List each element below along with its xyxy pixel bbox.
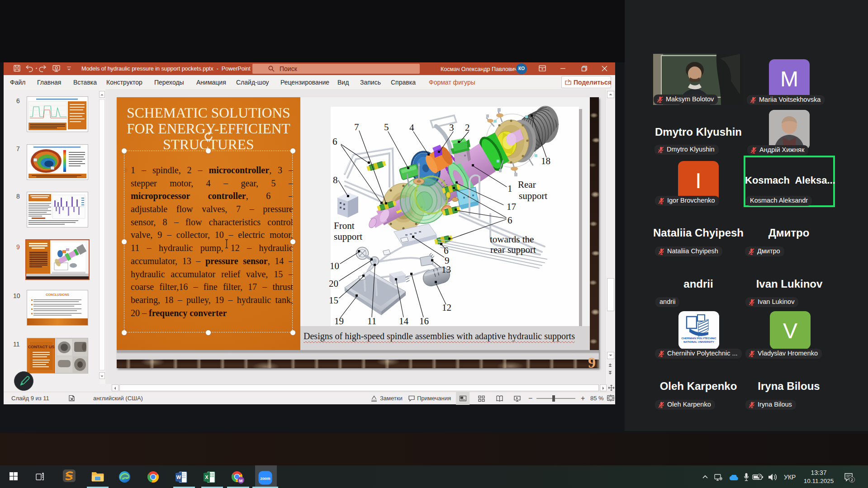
svg-text:19: 19 — [334, 316, 344, 326]
svg-text:17: 17 — [507, 201, 516, 212]
svg-text:6: 6 — [444, 245, 449, 256]
svg-text:support: support — [334, 231, 362, 242]
svg-text:6: 6 — [332, 136, 337, 147]
svg-text:5: 5 — [384, 122, 389, 133]
svg-text:CHERNIHIV POLYTECHNIC: CHERNIHIV POLYTECHNIC — [681, 337, 716, 340]
svg-text:11: 11 — [367, 316, 376, 326]
svg-text:13: 13 — [441, 264, 451, 275]
svg-text:6: 6 — [508, 215, 512, 226]
svg-text:CONCLUSIONS: CONCLUSIONS — [46, 293, 69, 296]
svg-text:14: 14 — [399, 316, 409, 326]
svg-text:rear support: rear support — [490, 244, 536, 255]
svg-text:7: 7 — [354, 122, 359, 133]
svg-text:4: 4 — [409, 122, 414, 133]
svg-text:16: 16 — [419, 316, 429, 326]
svg-text:15: 15 — [329, 295, 338, 306]
svg-text:W: W — [176, 474, 181, 480]
svg-text:20: 20 — [329, 278, 338, 289]
svg-text:CONTACT US: CONTACT US — [28, 345, 54, 349]
svg-text:8: 8 — [333, 175, 338, 185]
svg-text:Rear: Rear — [518, 179, 536, 190]
svg-text:2: 2 — [465, 122, 470, 133]
svg-text:1: 1 — [508, 183, 512, 194]
svg-text:10: 10 — [330, 261, 339, 271]
svg-text:NATIONAL UNIVERSITY: NATIONAL UNIVERSITY — [683, 341, 714, 343]
svg-text:3: 3 — [449, 122, 454, 133]
svg-text:12: 12 — [442, 302, 451, 313]
svg-text:M: M — [239, 478, 243, 483]
svg-text:2: 2 — [851, 477, 853, 482]
svg-text:support: support — [519, 190, 547, 201]
svg-text:towards the: towards the — [490, 234, 534, 245]
svg-text:Front: Front — [334, 220, 355, 231]
svg-text:zoom: zoom — [260, 476, 270, 481]
svg-text:18: 18 — [541, 156, 550, 166]
svg-text:X: X — [205, 474, 209, 480]
